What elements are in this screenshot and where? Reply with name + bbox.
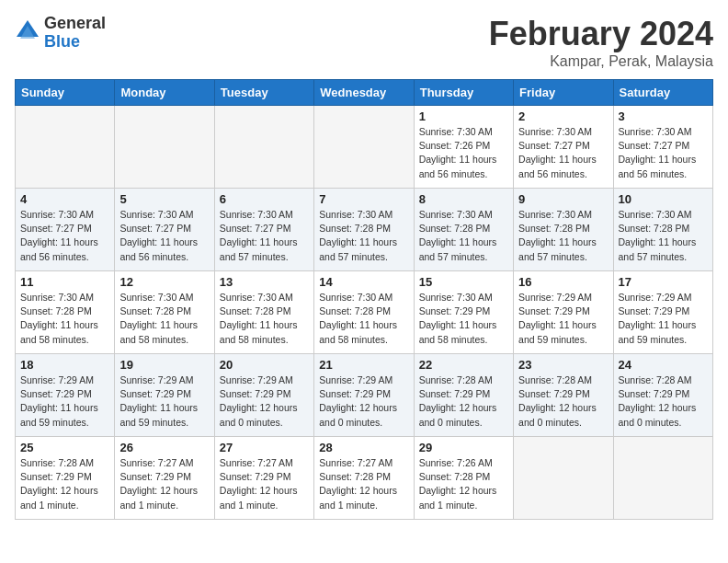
calendar-day-cell: 11Sunrise: 7:30 AMSunset: 7:28 PMDayligh… [16, 271, 115, 354]
day-info: Sunrise: 7:28 AMSunset: 7:29 PMDaylight:… [419, 373, 508, 430]
day-info: Sunrise: 7:27 AMSunset: 7:29 PMDaylight:… [220, 456, 309, 512]
day-info: Sunrise: 7:30 AMSunset: 7:27 PMDaylight:… [518, 125, 608, 181]
day-number: 3 [619, 109, 708, 123]
calendar-day-cell: 8Sunrise: 7:30 AMSunset: 7:28 PMDaylight… [414, 189, 513, 271]
day-number: 20 [220, 358, 309, 372]
calendar-day-cell: 22Sunrise: 7:28 AMSunset: 7:29 PMDayligh… [414, 354, 513, 437]
calendar-day-cell: 23Sunrise: 7:28 AMSunset: 7:29 PMDayligh… [514, 354, 613, 437]
calendar-day-cell: 24Sunrise: 7:28 AMSunset: 7:29 PMDayligh… [613, 354, 712, 437]
calendar-day-cell: 20Sunrise: 7:29 AMSunset: 7:29 PMDayligh… [214, 354, 313, 437]
day-number: 27 [220, 441, 309, 454]
day-info: Sunrise: 7:29 AMSunset: 7:29 PMDaylight:… [220, 373, 309, 430]
day-info: Sunrise: 7:27 AMSunset: 7:29 PMDaylight:… [119, 456, 209, 512]
day-number: 26 [119, 441, 209, 454]
day-number: 15 [419, 275, 508, 289]
calendar-day-cell [514, 437, 613, 520]
day-info: Sunrise: 7:28 AMSunset: 7:29 PMDaylight:… [518, 373, 608, 430]
calendar-day-cell: 5Sunrise: 7:30 AMSunset: 7:27 PMDaylight… [115, 189, 214, 271]
day-number: 7 [319, 192, 408, 206]
calendar-day-cell: 19Sunrise: 7:29 AMSunset: 7:29 PMDayligh… [115, 354, 214, 437]
day-info: Sunrise: 7:30 AMSunset: 7:28 PMDaylight:… [518, 208, 608, 264]
day-info: Sunrise: 7:30 AMSunset: 7:28 PMDaylight:… [20, 291, 109, 347]
weekday-header: Friday [514, 80, 613, 106]
calendar-day-cell: 10Sunrise: 7:30 AMSunset: 7:28 PMDayligh… [613, 189, 712, 271]
calendar-day-cell: 14Sunrise: 7:30 AMSunset: 7:28 PMDayligh… [314, 271, 414, 354]
calendar-day-cell: 1Sunrise: 7:30 AMSunset: 7:26 PMDaylight… [414, 106, 513, 189]
day-number: 4 [20, 192, 109, 206]
calendar-day-cell [613, 437, 712, 520]
day-info: Sunrise: 7:29 AMSunset: 7:29 PMDaylight:… [619, 291, 708, 347]
calendar-day-cell: 17Sunrise: 7:29 AMSunset: 7:29 PMDayligh… [613, 271, 712, 354]
logo-line2: Blue [44, 33, 106, 52]
day-info: Sunrise: 7:30 AMSunset: 7:29 PMDaylight:… [419, 291, 508, 347]
calendar-day-cell [314, 106, 414, 189]
day-number: 22 [419, 358, 508, 372]
day-number: 21 [319, 358, 408, 372]
logo-line1: General [44, 15, 106, 33]
day-info: Sunrise: 7:30 AMSunset: 7:27 PMDaylight:… [119, 208, 209, 264]
weekday-header: Tuesday [214, 80, 313, 106]
weekday-header: Saturday [613, 80, 712, 106]
calendar-day-cell: 6Sunrise: 7:30 AMSunset: 7:27 PMDaylight… [214, 189, 313, 271]
day-info: Sunrise: 7:28 AMSunset: 7:29 PMDaylight:… [619, 373, 708, 430]
calendar-day-cell: 15Sunrise: 7:30 AMSunset: 7:29 PMDayligh… [414, 271, 513, 354]
day-number: 25 [20, 441, 109, 454]
calendar-day-cell: 28Sunrise: 7:27 AMSunset: 7:28 PMDayligh… [314, 437, 414, 520]
day-number: 14 [319, 275, 408, 289]
day-number: 17 [619, 275, 708, 289]
day-number: 18 [20, 358, 109, 372]
logo-icon [15, 18, 40, 48]
calendar-day-cell: 25Sunrise: 7:28 AMSunset: 7:29 PMDayligh… [16, 437, 115, 520]
day-info: Sunrise: 7:30 AMSunset: 7:28 PMDaylight:… [619, 208, 708, 264]
calendar-day-cell: 18Sunrise: 7:29 AMSunset: 7:29 PMDayligh… [16, 354, 115, 437]
logo: General Blue [15, 15, 106, 52]
day-number: 11 [20, 275, 109, 289]
weekday-header: Sunday [16, 80, 115, 106]
calendar-week-row: 18Sunrise: 7:29 AMSunset: 7:29 PMDayligh… [16, 354, 713, 437]
day-number: 29 [419, 441, 508, 454]
day-number: 8 [419, 192, 508, 206]
day-number: 2 [518, 109, 608, 123]
calendar-day-cell: 12Sunrise: 7:30 AMSunset: 7:28 PMDayligh… [115, 271, 214, 354]
day-info: Sunrise: 7:29 AMSunset: 7:29 PMDaylight:… [518, 291, 608, 347]
weekday-header: Thursday [414, 80, 513, 106]
day-number: 1 [419, 109, 508, 123]
day-info: Sunrise: 7:30 AMSunset: 7:28 PMDaylight:… [319, 208, 408, 264]
day-info: Sunrise: 7:30 AMSunset: 7:28 PMDaylight:… [220, 291, 309, 347]
calendar-day-cell: 13Sunrise: 7:30 AMSunset: 7:28 PMDayligh… [214, 271, 313, 354]
weekday-header: Wednesday [314, 80, 414, 106]
calendar-day-cell: 9Sunrise: 7:30 AMSunset: 7:28 PMDaylight… [514, 189, 613, 271]
calendar-day-cell: 2Sunrise: 7:30 AMSunset: 7:27 PMDaylight… [514, 106, 613, 189]
day-info: Sunrise: 7:29 AMSunset: 7:29 PMDaylight:… [319, 373, 408, 430]
calendar-title: February 2024 [489, 15, 713, 53]
day-number: 28 [319, 441, 408, 454]
calendar-header-row: SundayMondayTuesdayWednesdayThursdayFrid… [16, 80, 713, 106]
day-number: 23 [518, 358, 608, 372]
calendar-day-cell [214, 106, 313, 189]
calendar-week-row: 25Sunrise: 7:28 AMSunset: 7:29 PMDayligh… [16, 437, 713, 520]
weekday-header: Monday [115, 80, 214, 106]
calendar-week-row: 4Sunrise: 7:30 AMSunset: 7:27 PMDaylight… [16, 189, 713, 271]
day-info: Sunrise: 7:27 AMSunset: 7:28 PMDaylight:… [319, 456, 408, 512]
day-number: 16 [518, 275, 608, 289]
calendar-table: SundayMondayTuesdayWednesdayThursdayFrid… [15, 79, 713, 520]
calendar-day-cell: 16Sunrise: 7:29 AMSunset: 7:29 PMDayligh… [514, 271, 613, 354]
day-info: Sunrise: 7:29 AMSunset: 7:29 PMDaylight:… [119, 373, 209, 430]
logo-text: General Blue [44, 15, 106, 52]
day-info: Sunrise: 7:30 AMSunset: 7:28 PMDaylight:… [119, 291, 209, 347]
day-number: 10 [619, 192, 708, 206]
calendar-day-cell: 3Sunrise: 7:30 AMSunset: 7:27 PMDaylight… [613, 106, 712, 189]
title-area: February 2024 Kampar, Perak, Malaysia [489, 15, 713, 70]
calendar-day-cell: 7Sunrise: 7:30 AMSunset: 7:28 PMDaylight… [314, 189, 414, 271]
calendar-day-cell: 26Sunrise: 7:27 AMSunset: 7:29 PMDayligh… [115, 437, 214, 520]
calendar-day-cell [115, 106, 214, 189]
calendar-week-row: 11Sunrise: 7:30 AMSunset: 7:28 PMDayligh… [16, 271, 713, 354]
day-info: Sunrise: 7:30 AMSunset: 7:26 PMDaylight:… [419, 125, 508, 181]
calendar-day-cell [16, 106, 115, 189]
day-info: Sunrise: 7:29 AMSunset: 7:29 PMDaylight:… [20, 373, 109, 430]
day-number: 13 [220, 275, 309, 289]
day-number: 9 [518, 192, 608, 206]
calendar-day-cell: 21Sunrise: 7:29 AMSunset: 7:29 PMDayligh… [314, 354, 414, 437]
day-info: Sunrise: 7:30 AMSunset: 7:27 PMDaylight:… [20, 208, 109, 264]
day-number: 5 [119, 192, 209, 206]
